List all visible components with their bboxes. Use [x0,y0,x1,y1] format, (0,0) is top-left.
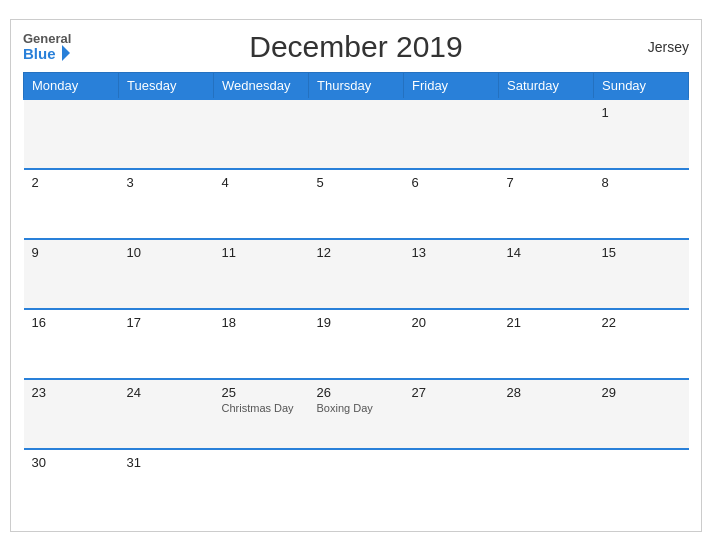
day-number: 14 [507,245,586,260]
day-number: 26 [317,385,396,400]
day-number: 1 [602,105,681,120]
day-number: 31 [127,455,206,470]
day-number: 3 [127,175,206,190]
calendar-day-cell [499,449,594,519]
calendar-day-cell: 17 [119,309,214,379]
calendar-day-cell [24,99,119,169]
day-number: 9 [32,245,111,260]
calendar-header-row: Monday Tuesday Wednesday Thursday Friday… [24,72,689,99]
region-label: Jersey [648,39,689,55]
calendar-day-cell: 29 [594,379,689,449]
calendar-week-row: 2345678 [24,169,689,239]
calendar-week-row: 3031 [24,449,689,519]
day-number: 28 [507,385,586,400]
calendar-day-cell: 28 [499,379,594,449]
calendar-day-cell: 13 [404,239,499,309]
calendar-day-cell: 30 [24,449,119,519]
day-number: 30 [32,455,111,470]
calendar-day-cell: 16 [24,309,119,379]
col-tuesday: Tuesday [119,72,214,99]
calendar-day-cell: 20 [404,309,499,379]
holiday-label: Boxing Day [317,402,396,414]
calendar-day-cell: 21 [499,309,594,379]
calendar-day-cell: 26Boxing Day [309,379,404,449]
calendar-week-row: 16171819202122 [24,309,689,379]
calendar-container: General Blue December 2019 Jersey Monday… [10,19,702,532]
calendar-week-row: 232425Christmas Day26Boxing Day272829 [24,379,689,449]
calendar-day-cell: 27 [404,379,499,449]
day-number: 10 [127,245,206,260]
col-monday: Monday [24,72,119,99]
col-saturday: Saturday [499,72,594,99]
calendar-day-cell: 5 [309,169,404,239]
day-number: 13 [412,245,491,260]
day-number: 17 [127,315,206,330]
calendar-day-cell: 9 [24,239,119,309]
calendar-day-cell [594,449,689,519]
calendar-title: December 2019 [249,30,462,64]
calendar-day-cell [404,449,499,519]
calendar-day-cell [499,99,594,169]
calendar-day-cell [119,99,214,169]
day-number: 23 [32,385,111,400]
col-sunday: Sunday [594,72,689,99]
holiday-label: Christmas Day [222,402,301,414]
calendar-day-cell [214,99,309,169]
brand-blue-text: Blue [23,46,56,61]
calendar-day-cell: 4 [214,169,309,239]
calendar-day-cell: 1 [594,99,689,169]
calendar-day-cell: 2 [24,169,119,239]
calendar-week-row: 1 [24,99,689,169]
calendar-day-cell [309,449,404,519]
day-number: 15 [602,245,681,260]
day-number: 12 [317,245,396,260]
calendar-day-cell: 23 [24,379,119,449]
day-number: 29 [602,385,681,400]
day-number: 8 [602,175,681,190]
calendar-day-cell: 8 [594,169,689,239]
brand-triangle-icon [62,45,70,61]
day-number: 11 [222,245,301,260]
day-number: 22 [602,315,681,330]
col-thursday: Thursday [309,72,404,99]
calendar-day-cell [214,449,309,519]
calendar-day-cell: 7 [499,169,594,239]
day-number: 18 [222,315,301,330]
calendar-day-cell: 3 [119,169,214,239]
day-number: 5 [317,175,396,190]
calendar-day-cell [309,99,404,169]
calendar-body: 1234567891011121314151617181920212223242… [24,99,689,519]
calendar-day-cell: 15 [594,239,689,309]
calendar-day-cell: 14 [499,239,594,309]
calendar-day-cell: 25Christmas Day [214,379,309,449]
calendar-day-cell: 12 [309,239,404,309]
brand-logo: General Blue [23,32,71,61]
calendar-day-cell: 10 [119,239,214,309]
calendar-grid: Monday Tuesday Wednesday Thursday Friday… [23,72,689,519]
day-number: 21 [507,315,586,330]
calendar-day-cell: 24 [119,379,214,449]
calendar-day-cell: 22 [594,309,689,379]
calendar-day-cell: 6 [404,169,499,239]
day-number: 19 [317,315,396,330]
calendar-week-row: 9101112131415 [24,239,689,309]
calendar-day-cell [404,99,499,169]
day-number: 16 [32,315,111,330]
day-number: 2 [32,175,111,190]
day-number: 24 [127,385,206,400]
calendar-day-cell: 19 [309,309,404,379]
col-wednesday: Wednesday [214,72,309,99]
day-number: 7 [507,175,586,190]
day-number: 27 [412,385,491,400]
brand-general-text: General [23,32,71,45]
day-number: 4 [222,175,301,190]
calendar-header: General Blue December 2019 Jersey [23,30,689,64]
calendar-day-cell: 31 [119,449,214,519]
day-number: 6 [412,175,491,190]
calendar-day-cell: 11 [214,239,309,309]
day-number: 20 [412,315,491,330]
day-number: 25 [222,385,301,400]
col-friday: Friday [404,72,499,99]
calendar-day-cell: 18 [214,309,309,379]
